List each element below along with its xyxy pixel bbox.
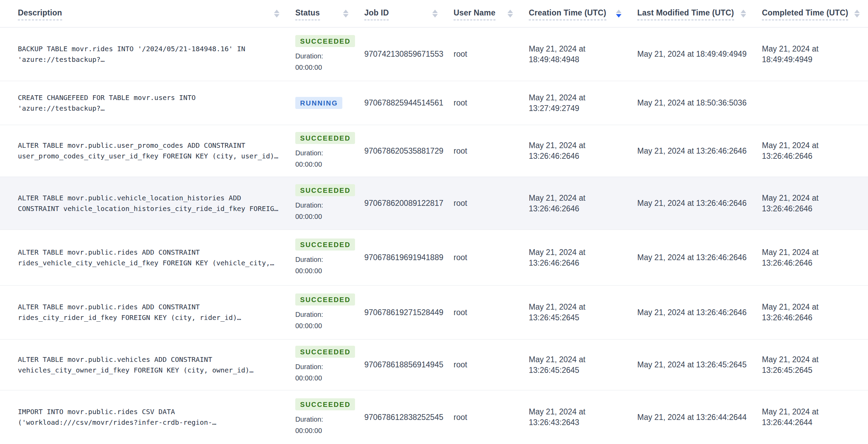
sort-up-arrow-icon bbox=[432, 10, 438, 13]
sort-icon bbox=[854, 10, 860, 18]
job-duration: Duration: 00:00:00 bbox=[295, 51, 323, 73]
column-header-label: User Name bbox=[454, 9, 495, 20]
job-description-link[interactable]: ALTER TABLE movr.public.vehicle_location… bbox=[18, 193, 282, 214]
status-cell: SUCCEEDED Duration: 00:00:00 bbox=[295, 125, 364, 177]
completed-time-cell: May 21, 2024 at 13:26:44:2644 bbox=[762, 390, 868, 444]
status-cell: SUCCEEDED Duration: 00:00:00 bbox=[295, 27, 364, 81]
job-description-link[interactable]: ALTER TABLE movr.public.rides ADD CONSTR… bbox=[18, 302, 282, 323]
column-header-job-id[interactable]: Job ID bbox=[364, 0, 454, 27]
job-status-badge: SUCCEEDED bbox=[295, 184, 355, 196]
sort-icon bbox=[741, 10, 746, 18]
job-description-link[interactable]: ALTER TABLE movr.public.user_promo_codes… bbox=[18, 140, 282, 162]
job-duration: Duration: 00:00:00 bbox=[295, 309, 323, 332]
duration-value: 00:00:00 bbox=[295, 62, 323, 73]
description-cell: ALTER TABLE movr.public.rides ADD CONSTR… bbox=[0, 286, 295, 339]
duration-value: 00:00:00 bbox=[295, 320, 323, 332]
column-header-status[interactable]: Status bbox=[295, 0, 364, 27]
job-id-cell: 970678620535881729 bbox=[364, 125, 454, 177]
creation-time-cell: May 21, 2024 at 13:26:45:2645 bbox=[529, 340, 637, 390]
creation-time-cell: May 21, 2024 at 18:49:48:4948 bbox=[529, 27, 637, 81]
column-header-label: Job ID bbox=[364, 9, 389, 20]
completed-time-cell: May 21, 2024 at 13:26:46:2646 bbox=[762, 286, 868, 339]
last-modified-time-cell: May 21, 2024 at 13:26:46:2646 bbox=[637, 125, 762, 177]
completed-time-cell bbox=[762, 81, 868, 125]
last-modified-time-cell: May 21, 2024 at 18:49:49:4949 bbox=[637, 27, 762, 81]
column-header-user-name[interactable]: User Name bbox=[454, 0, 529, 27]
duration-value: 00:00:00 bbox=[295, 159, 323, 170]
sort-down-arrow-icon bbox=[274, 14, 279, 18]
completed-time-cell: May 21, 2024 at 13:26:46:2646 bbox=[762, 125, 868, 177]
duration-value: 00:00:00 bbox=[295, 265, 323, 277]
status-cell: SUCCEEDED Duration: 00:00:00 bbox=[295, 390, 364, 444]
job-status-badge: SUCCEEDED bbox=[295, 238, 355, 251]
table-row: IMPORT INTO movr.public.rides CSV DATA (… bbox=[0, 390, 868, 444]
job-duration: Duration: 00:00:00 bbox=[295, 254, 323, 277]
sort-down-arrow-icon bbox=[616, 14, 621, 18]
job-description-link[interactable]: ALTER TABLE movr.public.rides ADD CONSTR… bbox=[18, 247, 282, 268]
sort-icon bbox=[432, 10, 438, 18]
duration-label: Duration: bbox=[295, 51, 323, 62]
sort-down-arrow-icon bbox=[507, 14, 513, 18]
description-cell: ALTER TABLE movr.public.rides ADD CONSTR… bbox=[0, 230, 295, 285]
duration-label: Duration: bbox=[295, 147, 323, 159]
creation-time-cell: May 21, 2024 at 13:26:43:2643 bbox=[529, 390, 637, 444]
table-row: ALTER TABLE movr.public.rides ADD CONSTR… bbox=[0, 286, 868, 340]
sort-icon bbox=[274, 10, 279, 18]
sort-up-arrow-icon bbox=[507, 10, 513, 13]
column-header-creation-time[interactable]: Creation Time (UTC) bbox=[529, 0, 637, 27]
column-header-label: Creation Time (UTC) bbox=[529, 9, 606, 20]
job-duration: Duration: 00:00:00 bbox=[295, 414, 323, 436]
user-name-cell: root bbox=[454, 340, 529, 390]
user-name-cell: root bbox=[454, 390, 529, 444]
user-name-cell: root bbox=[454, 230, 529, 285]
job-status-badge: RUNNING bbox=[295, 97, 342, 109]
sort-up-arrow-icon bbox=[854, 10, 860, 13]
last-modified-time-cell: May 21, 2024 at 13:26:46:2646 bbox=[637, 177, 762, 230]
user-name-cell: root bbox=[454, 286, 529, 339]
job-status-badge: SUCCEEDED bbox=[295, 35, 355, 47]
status-cell: SUCCEEDED Duration: 00:00:00 bbox=[295, 340, 364, 390]
job-description-link[interactable]: CREATE CHANGEFEED FOR TABLE movr.users I… bbox=[18, 92, 282, 114]
job-status-badge: SUCCEEDED bbox=[295, 346, 355, 358]
description-cell: BACKUP TABLE movr.rides INTO '/2024/05/2… bbox=[0, 27, 295, 81]
job-status-badge: SUCCEEDED bbox=[295, 293, 355, 306]
duration-label: Duration: bbox=[295, 200, 323, 211]
job-duration: Duration: 00:00:00 bbox=[295, 200, 323, 222]
sort-up-arrow-icon bbox=[616, 10, 621, 13]
user-name-cell: root bbox=[454, 81, 529, 125]
last-modified-time-cell: May 21, 2024 at 18:50:36:5036 bbox=[637, 81, 762, 125]
column-header-label: Last Modified Time (UTC) bbox=[637, 9, 734, 20]
duration-label: Duration: bbox=[295, 309, 323, 320]
job-description-link[interactable]: ALTER TABLE movr.public.vehicles ADD CON… bbox=[18, 354, 282, 376]
duration-label: Duration: bbox=[295, 254, 323, 265]
column-header-description[interactable]: Description bbox=[0, 0, 295, 27]
duration-label: Duration: bbox=[295, 414, 323, 425]
description-cell: ALTER TABLE movr.public.vehicle_location… bbox=[0, 177, 295, 230]
duration-label: Duration: bbox=[295, 361, 323, 373]
last-modified-time-cell: May 21, 2024 at 13:26:46:2646 bbox=[637, 286, 762, 339]
description-cell: ALTER TABLE movr.public.user_promo_codes… bbox=[0, 125, 295, 177]
creation-time-cell: May 21, 2024 at 13:27:49:2749 bbox=[529, 81, 637, 125]
table-row: ALTER TABLE movr.public.vehicles ADD CON… bbox=[0, 340, 868, 390]
job-description-link[interactable]: IMPORT INTO movr.public.rides CSV DATA (… bbox=[18, 407, 282, 428]
creation-time-cell: May 21, 2024 at 13:26:46:2646 bbox=[529, 177, 637, 230]
last-modified-time-cell: May 21, 2024 at 13:26:45:2645 bbox=[637, 340, 762, 390]
user-name-cell: root bbox=[454, 125, 529, 177]
duration-value: 00:00:00 bbox=[295, 373, 323, 384]
sort-up-arrow-icon bbox=[741, 10, 746, 13]
column-header-label: Description bbox=[18, 9, 62, 20]
table-row: BACKUP TABLE movr.rides INTO '/2024/05/2… bbox=[0, 27, 868, 81]
job-duration: Duration: 00:00:00 bbox=[295, 361, 323, 384]
job-id-cell: 970742130859671553 bbox=[364, 27, 454, 81]
status-cell: SUCCEEDED Duration: 00:00:00 bbox=[295, 230, 364, 285]
status-cell: SUCCEEDED Duration: 00:00:00 bbox=[295, 286, 364, 339]
sort-down-arrow-icon bbox=[343, 14, 349, 18]
sort-up-arrow-icon bbox=[343, 10, 349, 13]
creation-time-cell: May 21, 2024 at 13:26:46:2646 bbox=[529, 125, 637, 177]
sort-icon bbox=[616, 10, 621, 18]
status-cell: RUNNING Duration: bbox=[295, 81, 364, 125]
column-header-completed-time[interactable]: Completed Time (UTC) bbox=[762, 0, 868, 27]
job-description-link[interactable]: BACKUP TABLE movr.rides INTO '/2024/05/2… bbox=[18, 44, 282, 65]
duration-value: 00:00:00 bbox=[295, 425, 323, 436]
column-header-last-modified-time[interactable]: Last Modified Time (UTC) bbox=[637, 0, 762, 27]
